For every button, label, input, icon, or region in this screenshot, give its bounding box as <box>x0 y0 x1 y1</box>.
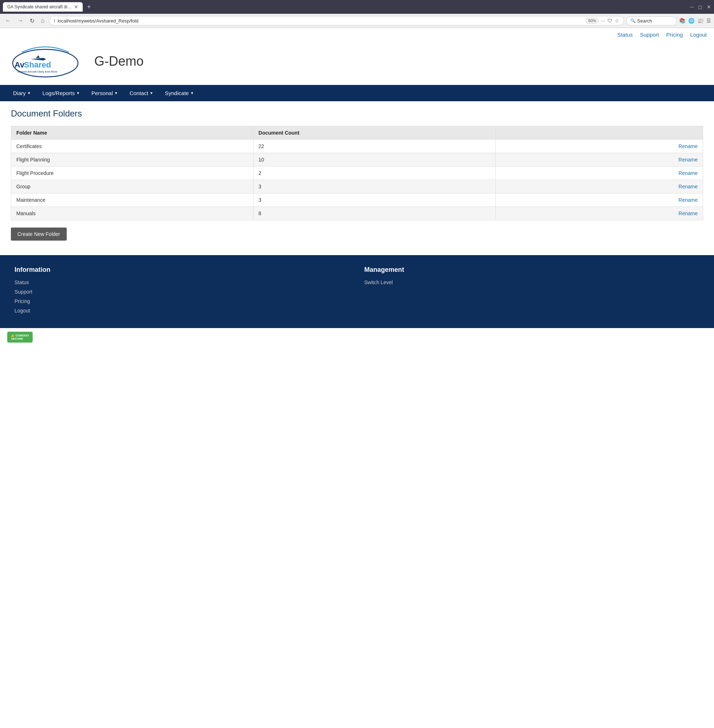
nav-logs-reports[interactable]: Logs/Reports ▼ <box>37 85 86 101</box>
nav-diary[interactable]: Diary ▼ <box>7 85 37 101</box>
folder-name-cell: Maintenance <box>11 193 254 207</box>
footer-support-link[interactable]: Support <box>15 289 350 295</box>
globe-icon[interactable]: 🌐 <box>688 18 694 24</box>
folder-name-cell: Manuals <box>11 207 254 220</box>
rename-link[interactable]: Rename <box>678 170 698 176</box>
nav-logs-arrow: ▼ <box>76 91 80 95</box>
svg-text:Av: Av <box>15 60 25 69</box>
nav-logs-label: Logs/Reports <box>42 90 75 96</box>
footer-switch-level-link[interactable]: Switch Level <box>364 280 700 285</box>
nav-contact-arrow: ▼ <box>150 91 153 95</box>
col-document-count: Document Count <box>253 126 495 140</box>
more-icon[interactable]: ··· <box>601 18 605 24</box>
close-icon[interactable]: ✕ <box>707 4 711 10</box>
doc-count-cell: 2 <box>253 167 495 180</box>
action-cell: Rename <box>495 153 703 167</box>
footer-status-link[interactable]: Status <box>15 280 350 285</box>
col-action <box>495 126 703 140</box>
page-content: Status Support Pricing Logout Av Shared <box>0 28 714 346</box>
nav-pricing-link[interactable]: Pricing <box>666 32 683 38</box>
table-row: Maintenance3Rename <box>11 193 703 207</box>
table-row: Certificates22Rename <box>11 140 703 153</box>
folder-name-cell: Group <box>11 180 254 193</box>
tab-close-icon[interactable]: ✕ <box>74 5 78 9</box>
page-heading: Document Folders <box>11 108 703 119</box>
action-cell: Rename <box>495 207 703 220</box>
folders-table: Folder Name Document Count Certificates2… <box>11 126 703 220</box>
action-cell: Rename <box>495 193 703 207</box>
restore-icon[interactable]: ◻ <box>698 4 702 10</box>
site-footer: Information Status Support Pricing Logou… <box>0 255 714 328</box>
doc-count-cell: 22 <box>253 140 495 153</box>
site-title: G-Demo <box>94 54 144 69</box>
nav-diary-label: Diary <box>13 90 26 96</box>
action-cell: Rename <box>495 167 703 180</box>
svg-text:Shared: Shared <box>24 60 51 69</box>
doc-count-cell: 3 <box>253 193 495 207</box>
footer-mgmt-heading: Management <box>364 266 700 274</box>
footer-logout-link[interactable]: Logout <box>15 308 350 314</box>
address-bar[interactable]: ℹ localhost/mywebs/Avshared_Resp/fold 80… <box>49 16 624 26</box>
table-row: Manuals8Rename <box>11 207 703 220</box>
footer-mgmt-col: Management Switch Level <box>364 266 700 317</box>
site-header: Av Shared Shared Aircraft Diary And More… <box>0 41 714 85</box>
rename-link[interactable]: Rename <box>678 157 698 162</box>
doc-count-cell: 10 <box>253 153 495 167</box>
comodo-secure-badge: 👍 COMODOSECURE <box>7 332 33 343</box>
rename-link[interactable]: Rename <box>678 184 698 190</box>
folders-tbody: Certificates22RenameFlight Planning10Ren… <box>11 140 703 220</box>
nav-syndicate-label: Syndicate <box>165 90 189 96</box>
home-button[interactable]: ⌂ <box>39 17 47 25</box>
create-new-folder-button[interactable]: Create New Folder <box>11 227 67 241</box>
folder-name-cell: Flight Procedure <box>11 167 254 180</box>
star-icon[interactable]: ☆ <box>615 18 620 24</box>
logo: Av Shared Shared Aircraft Diary And More <box>11 45 80 78</box>
nav-diary-arrow: ▼ <box>27 91 31 95</box>
nav-status-link[interactable]: Status <box>617 32 633 38</box>
zoom-badge: 80% <box>586 18 598 24</box>
action-cell: Rename <box>495 140 703 153</box>
folder-name-cell: Certificates <box>11 140 254 153</box>
search-label: Search <box>637 18 652 24</box>
comodo-badge: 👍 COMODOSECURE <box>0 328 714 346</box>
back-button[interactable]: ← <box>3 17 13 25</box>
nav-logout-link[interactable]: Logout <box>690 32 707 38</box>
comodo-label: 👍 COMODOSECURE <box>11 334 28 340</box>
menu-icon[interactable]: ☰ <box>706 18 711 24</box>
main-area: Document Folders Folder Name Document Co… <box>0 101 714 255</box>
reader-icon[interactable]: 📰 <box>698 18 704 24</box>
main-nav: Diary ▼ Logs/Reports ▼ Personal ▼ Contac… <box>0 85 714 101</box>
table-row: Flight Planning10Rename <box>11 153 703 167</box>
forward-button[interactable]: → <box>15 17 26 25</box>
tab-title: GA Syndicate shared aircraft diary b <box>7 5 72 9</box>
folder-name-cell: Flight Planning <box>11 153 254 167</box>
nav-syndicate[interactable]: Syndicate ▼ <box>159 85 200 101</box>
footer-pricing-link[interactable]: Pricing <box>15 298 350 304</box>
browser-titlebar: GA Syndicate shared aircraft diary b ✕ +… <box>0 0 714 14</box>
nav-personal-arrow: ▼ <box>114 91 118 95</box>
library-icon[interactable]: 📚 <box>679 18 686 24</box>
minimize-icon[interactable]: ─ <box>690 4 694 10</box>
nav-support-link[interactable]: Support <box>640 32 659 38</box>
browser-tab[interactable]: GA Syndicate shared aircraft diary b ✕ <box>3 2 82 12</box>
logo-svg: Av Shared Shared Aircraft Diary And More <box>11 45 80 78</box>
svg-text:Shared Aircraft Diary And More: Shared Aircraft Diary And More <box>17 70 58 73</box>
rename-link[interactable]: Rename <box>678 197 698 203</box>
doc-count-cell: 8 <box>253 207 495 220</box>
col-folder-name: Folder Name <box>11 126 254 140</box>
nav-personal[interactable]: Personal ▼ <box>86 85 124 101</box>
nav-syndicate-arrow: ▼ <box>190 91 194 95</box>
rename-link[interactable]: Rename <box>678 211 698 216</box>
table-row: Flight Procedure2Rename <box>11 167 703 180</box>
nav-contact[interactable]: Contact ▼ <box>124 85 159 101</box>
action-cell: Rename <box>495 180 703 193</box>
search-box[interactable]: 🔍 Search <box>626 17 677 26</box>
search-icon: 🔍 <box>630 18 636 23</box>
new-tab-icon[interactable]: + <box>84 3 94 11</box>
nav-contact-label: Contact <box>129 90 148 96</box>
top-nav: Status Support Pricing Logout <box>0 28 714 41</box>
doc-count-cell: 3 <box>253 180 495 193</box>
rename-link[interactable]: Rename <box>678 143 698 149</box>
refresh-button[interactable]: ↻ <box>27 17 37 25</box>
nav-personal-label: Personal <box>92 90 113 96</box>
